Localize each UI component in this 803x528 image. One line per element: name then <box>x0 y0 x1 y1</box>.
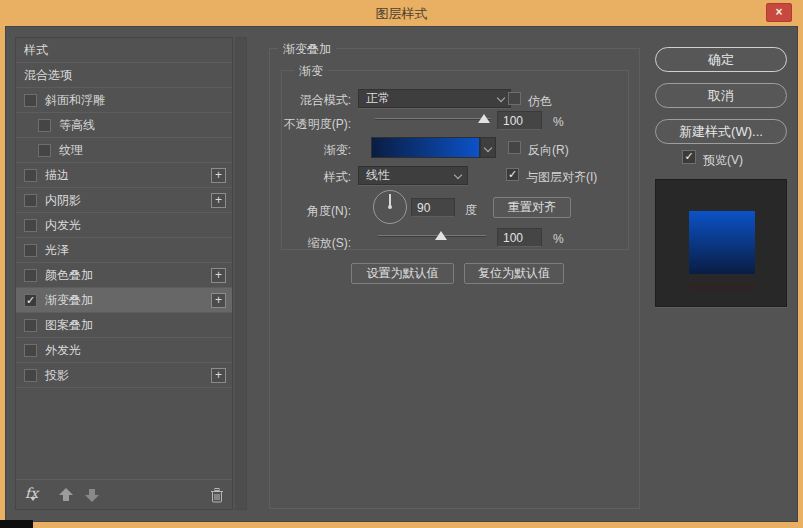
style-preview-thumbnail <box>655 179 787 307</box>
angle-input[interactable] <box>411 198 455 217</box>
reset-default-button[interactable]: 复位为默认值 <box>464 263 564 284</box>
sidebar-item-label: 样式 <box>24 42 48 59</box>
scale-unit: % <box>553 232 564 246</box>
scale-input[interactable] <box>497 228 542 247</box>
effect-checkbox[interactable] <box>24 244 37 257</box>
effect-checkbox[interactable] <box>24 94 37 107</box>
blend-mode-select[interactable]: 正常 <box>358 89 511 108</box>
effects-list: 样式混合选项斜面和浮雕等高线纹理描边+内阴影+内发光光泽颜色叠加+✓渐变叠加+图… <box>16 38 232 388</box>
effects-list-panel: 样式混合选项斜面和浮雕等高线纹理描边+内阴影+内发光光泽颜色叠加+✓渐变叠加+图… <box>15 37 233 510</box>
gradient-style-value: 线性 <box>366 168 390 182</box>
angle-dial-hub <box>388 205 392 209</box>
layer-style-window: 图层样式 × 样式混合选项斜面和浮雕等高线纹理描边+内阴影+内发光光泽颜色叠加+… <box>0 0 803 528</box>
effect-checkbox[interactable] <box>38 144 51 157</box>
reverse-checkbox[interactable] <box>508 141 521 154</box>
scale-slider-thumb[interactable] <box>435 231 447 240</box>
sidebar-item-label: 渐变叠加 <box>45 292 93 309</box>
dither-checkbox[interactable] <box>508 92 521 105</box>
scale-slider-track[interactable] <box>378 235 486 237</box>
effect-checkbox[interactable] <box>38 119 51 132</box>
sidebar-item-satin[interactable]: 光泽 <box>16 238 232 263</box>
opacity-slider[interactable] <box>375 113 491 125</box>
sidebar-item-label: 外发光 <box>45 342 81 359</box>
titlebar[interactable]: 图层样式 × <box>0 0 803 26</box>
sidebar-item-inner-shadow[interactable]: 内阴影+ <box>16 188 232 213</box>
gradient-picker-button[interactable] <box>480 137 496 158</box>
add-effect-button[interactable]: + <box>211 368 226 383</box>
fx-menu-button[interactable]: fx <box>25 485 47 503</box>
close-button[interactable]: × <box>766 3 792 22</box>
preview-label: 预览(V) <box>703 152 743 169</box>
effect-checkbox[interactable] <box>24 369 37 382</box>
reset-alignment-button[interactable]: 重置对齐 <box>493 197 571 218</box>
delete-effect-icon[interactable] <box>210 487 224 506</box>
sidebar-scrollbar[interactable] <box>235 37 247 510</box>
sidebar-item-label: 描边 <box>45 167 69 184</box>
opacity-input[interactable] <box>497 111 542 130</box>
sidebar-item-stroke[interactable]: 描边+ <box>16 163 232 188</box>
sidebar-item-gradient-overlay[interactable]: ✓渐变叠加+ <box>16 288 232 313</box>
ok-button[interactable]: 确定 <box>655 47 787 72</box>
effect-checkbox[interactable] <box>24 169 37 182</box>
effect-checkbox[interactable] <box>24 194 37 207</box>
subgroup-title: 渐变 <box>294 63 328 80</box>
add-effect-button[interactable]: + <box>211 268 226 283</box>
chevron-down-icon <box>497 94 505 102</box>
opacity-slider-thumb[interactable] <box>478 114 490 123</box>
chevron-down-icon <box>484 144 492 152</box>
preview-gradient-square <box>689 211 755 274</box>
gradient-swatch[interactable] <box>371 137 480 158</box>
sidebar-item-label: 颜色叠加 <box>45 267 93 284</box>
cancel-button[interactable]: 取消 <box>655 83 787 108</box>
effect-checkbox[interactable]: ✓ <box>24 294 37 307</box>
make-default-button[interactable]: 设置为默认值 <box>351 263 454 284</box>
sidebar-item-texture[interactable]: 纹理 <box>16 138 232 163</box>
arrow-stem <box>63 495 69 501</box>
sidebar-item-bevel-emboss[interactable]: 斜面和浮雕 <box>16 88 232 113</box>
opacity-label: 不透明度(P): <box>282 116 351 133</box>
group-title: 渐变叠加 <box>278 41 336 58</box>
angle-dial[interactable] <box>373 190 407 224</box>
move-effect-down-icon[interactable] <box>84 488 100 502</box>
sidebar-item-pattern-overlay[interactable]: 图案叠加 <box>16 313 232 338</box>
dither-label: 仿色 <box>528 93 552 110</box>
new-style-button[interactable]: 新建样式(W)... <box>655 119 787 144</box>
sidebar-item-color-overlay[interactable]: 颜色叠加+ <box>16 263 232 288</box>
sidebar-item-drop-shadow[interactable]: 投影+ <box>16 363 232 388</box>
sidebar-item-label: 内发光 <box>45 217 81 234</box>
gradient-style-select[interactable]: 线性 <box>358 166 468 185</box>
arrow-head <box>59 488 73 495</box>
sidebar-item-label: 斜面和浮雕 <box>45 92 105 109</box>
sidebar-item-inner-glow[interactable]: 内发光 <box>16 213 232 238</box>
effect-checkbox[interactable] <box>24 219 37 232</box>
align-with-layer-checkbox[interactable]: ✓ <box>506 168 519 181</box>
opacity-slider-track[interactable] <box>375 118 491 120</box>
sidebar-item-label: 投影 <box>45 367 69 384</box>
add-effect-button[interactable]: + <box>211 168 226 183</box>
sidebar-item-styles[interactable]: 样式 <box>16 38 232 63</box>
scale-label: 缩放(S): <box>282 235 351 252</box>
preview-shadow <box>689 284 755 290</box>
dialog-title: 图层样式 <box>0 5 803 23</box>
effect-checkbox[interactable] <box>24 269 37 282</box>
effect-checkbox[interactable] <box>24 319 37 332</box>
sidebar-item-blending-options[interactable]: 混合选项 <box>16 63 232 88</box>
style-label: 样式: <box>282 169 351 186</box>
sidebar-item-label: 混合选项 <box>24 67 72 84</box>
add-effect-button[interactable]: + <box>211 193 226 208</box>
angle-unit: 度 <box>465 202 477 219</box>
preview-checkbox[interactable]: ✓ <box>682 150 696 164</box>
sidebar-item-outer-glow[interactable]: 外发光 <box>16 338 232 363</box>
arrow-head <box>85 495 99 502</box>
sidebar-item-label: 内阴影 <box>45 192 81 209</box>
scale-slider[interactable] <box>378 230 486 242</box>
close-icon: × <box>775 5 782 19</box>
effect-checkbox[interactable] <box>24 344 37 357</box>
opacity-unit: % <box>553 115 564 129</box>
move-effect-up-icon[interactable] <box>58 488 74 502</box>
sidebar-item-contour[interactable]: 等高线 <box>16 113 232 138</box>
align-with-layer-label: 与图层对齐(I) <box>526 169 597 186</box>
arrow-stem <box>89 489 95 495</box>
add-effect-button[interactable]: + <box>211 293 226 308</box>
sidebar-item-label: 光泽 <box>45 242 69 259</box>
